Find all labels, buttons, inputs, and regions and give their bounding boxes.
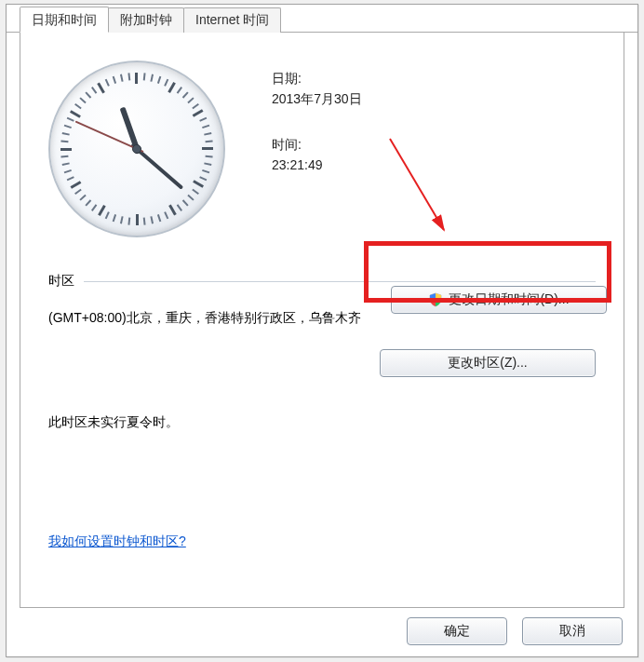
tab-pane-datetime: 日期: 2013年7月30日 时间: 23:21:49 更改日期和时间(D) [20,33,624,608]
datetime-control-panel: 日期和时间 附加时钟 Internet 时间 日期: 2013年7月30日 时间… [6,4,638,657]
time-label: 时间: [272,134,362,155]
date-value: 2013年7月30日 [272,88,362,109]
tab-datetime[interactable]: 日期和时间 [20,7,109,33]
ok-button[interactable]: 确定 [407,617,507,645]
cancel-button[interactable]: 取消 [522,617,623,645]
tab-strip: 日期和时间 附加时钟 Internet 时间 [7,5,637,33]
dst-note: 此时区未实行夏令时。 [48,414,596,431]
dialog-footer: 确定 取消 [407,617,623,645]
tab-additional-clocks[interactable]: 附加时钟 [108,7,184,33]
change-date-time-button[interactable]: 更改日期和时间(D)... [391,286,607,314]
help-link[interactable]: 我如何设置时钟和时区? [48,534,186,548]
divider [84,281,596,282]
tab-internet-time[interactable]: Internet 时间 [183,7,281,33]
change-date-time-label: 更改日期和时间(D)... [449,291,569,308]
analog-clock [48,61,235,247]
change-timezone-label: 更改时区(Z)... [448,355,528,372]
time-value: 23:21:49 [272,155,362,175]
change-timezone-button[interactable]: 更改时区(Z)... [380,349,596,377]
date-label: 日期: [272,68,362,88]
uac-shield-icon [428,292,443,307]
timezone-section-title: 时区 [48,273,74,290]
